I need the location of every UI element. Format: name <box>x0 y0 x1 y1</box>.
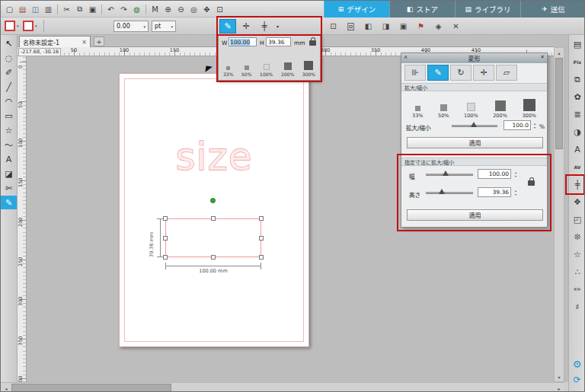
app-tab-library[interactable]: ▤ライブラリ <box>455 1 520 18</box>
draw-tool-icon[interactable]: ✎ <box>219 19 236 33</box>
spin-down-icon[interactable]: ▾ <box>515 174 516 178</box>
zoom-in-icon[interactable]: ⊕ <box>161 2 174 16</box>
character-style-icon[interactable]: AV <box>569 159 585 174</box>
close-tab-icon[interactable]: × <box>82 39 87 46</box>
scroll-left-icon[interactable]: ◂ <box>2 384 11 392</box>
fill-color-well[interactable] <box>23 21 34 31</box>
rotate-tab-icon[interactable]: ↻ <box>450 65 472 81</box>
knife-tool-icon[interactable]: ✄ <box>1 181 17 195</box>
lasso-select-tool-icon[interactable]: ◌ <box>1 51 17 65</box>
settings-gear-icon[interactable]: ⚙ <box>568 357 585 371</box>
scale-tab-icon[interactable]: ✎ <box>427 65 449 81</box>
scale-preset-33[interactable]: 33% <box>223 66 233 77</box>
rectangle-tool-icon[interactable]: ▭ <box>1 109 17 123</box>
spin-down-icon[interactable]: ▾ <box>515 193 516 196</box>
rotation-handle[interactable] <box>210 198 216 203</box>
line-color-well[interactable] <box>5 21 15 31</box>
height-quick-input[interactable]: 39.36 <box>266 37 291 46</box>
vertical-scroll-thumb[interactable] <box>555 58 563 149</box>
scale-tool-icon[interactable]: ╪ <box>256 19 273 33</box>
scale-value-input[interactable]: 100.0 <box>503 120 531 130</box>
scroll-up-icon[interactable]: ▴ <box>555 48 564 57</box>
scale-spinner[interactable]: ▴ ▾ <box>532 120 538 130</box>
new-document-icon[interactable]: ▢ <box>3 2 16 16</box>
scale-slider[interactable] <box>452 120 497 129</box>
color-palette-icon[interactable]: ✿ <box>569 89 585 104</box>
scale-preset-200[interactable]: 200% <box>281 62 294 77</box>
replicate-panel-icon[interactable]: ❖ <box>569 194 585 209</box>
select-tool-icon[interactable]: ↖ <box>1 37 17 50</box>
artboard-page[interactable]: size 39.36 mm 100.00 mm <box>119 73 309 347</box>
transform-panel-icon[interactable]: ╪ <box>569 177 585 192</box>
app-tab-send[interactable]: ✈送信 <box>520 1 585 18</box>
selection-handle-e[interactable] <box>259 236 264 241</box>
app-tab-design[interactable]: ⊞デザイン <box>324 1 389 18</box>
selection-handle-s[interactable] <box>211 255 216 260</box>
trace-flag-icon[interactable]: ⚑ <box>414 19 428 33</box>
line-tool-icon[interactable]: ╱ <box>1 80 17 94</box>
slider-thumb-icon[interactable] <box>443 171 449 176</box>
selection-handle-ne[interactable] <box>259 216 264 221</box>
scale-tool-dropdown-icon[interactable]: ▾ <box>274 19 281 33</box>
freehand-tool-icon[interactable]: 〜 <box>1 138 17 151</box>
app-tab-store[interactable]: ◧ストア <box>389 1 455 18</box>
vertical-scrollbar[interactable]: ▴ ▾ <box>554 47 564 382</box>
scale-preset-300[interactable]: 300% <box>302 61 315 77</box>
move-tab-icon[interactable]: ✛ <box>473 65 494 81</box>
web-store-icon[interactable]: ◍ <box>130 2 143 16</box>
width-spinner[interactable]: ▴ ▾ <box>513 169 519 179</box>
weeding-panel-icon[interactable]: ♯ <box>569 299 585 314</box>
print-icon[interactable]: ▥ <box>42 2 55 16</box>
height-spinner[interactable]: ▴ ▾ <box>513 187 519 197</box>
undo-icon[interactable]: ↶ <box>104 2 117 16</box>
modify-panel-icon[interactable]: ◰ <box>569 212 585 227</box>
scale-preset-200[interactable]: 200% <box>493 100 507 119</box>
fit-to-window-icon[interactable]: ⊡ <box>213 2 226 16</box>
apply-size-button[interactable]: 適用 <box>407 209 543 221</box>
slider-thumb-icon[interactable] <box>439 189 445 194</box>
bring-to-front-icon[interactable]: ◧ <box>361 19 376 33</box>
panel-header[interactable]: ∧ 変形 ✕ <box>401 53 547 63</box>
corner-tool-icon[interactable]: ⊡ <box>326 19 340 33</box>
new-tab-button[interactable]: + <box>94 37 104 46</box>
zoom-out-icon[interactable]: ⊖ <box>174 2 187 16</box>
arc-tool-icon[interactable]: ◠ <box>1 94 17 108</box>
shear-tab-icon[interactable]: ▱ <box>496 65 517 81</box>
delete-icon[interactable]: ✕ <box>449 19 463 33</box>
horizontal-scrollbar[interactable]: ◂ ▸ <box>1 382 564 392</box>
scale-preset-300[interactable]: 300% <box>522 99 536 119</box>
pan-icon[interactable]: ✥ <box>200 2 213 16</box>
stroke-width-dropdown[interactable]: 0.00 ▾ <box>113 21 149 32</box>
fill-style-icon[interactable]: ◑ <box>569 124 585 139</box>
height-input[interactable]: 39.36 <box>478 187 511 197</box>
stroke-unit-dropdown[interactable]: pt ▾ <box>152 21 176 32</box>
scale-preset-100[interactable]: 100% <box>464 103 478 119</box>
edit-points-tool-icon[interactable]: ✐ <box>1 65 17 79</box>
selection-handle-w[interactable] <box>163 236 168 241</box>
copy-icon[interactable]: ⧉ <box>73 2 86 16</box>
align-tab-icon[interactable]: ⊪ <box>404 65 426 81</box>
document-tab[interactable]: 名称未設定-1 × <box>19 36 91 47</box>
scroll-down-icon[interactable]: ▾ <box>555 372 564 381</box>
group-icon[interactable]: ▣ <box>396 19 411 33</box>
selection-rectangle[interactable] <box>165 218 261 257</box>
polygon-tool-icon[interactable]: ☆ <box>1 123 17 137</box>
designer-tools-icon[interactable]: ☆ <box>569 247 585 262</box>
page-setup-icon[interactable]: ▤ <box>569 37 585 52</box>
spin-down-icon[interactable]: ▾ <box>534 126 535 129</box>
selection-handle-sw[interactable] <box>163 255 168 260</box>
open-file-icon[interactable]: ▤ <box>16 2 29 16</box>
line-color-dropdown-icon[interactable]: ▾ <box>17 24 19 28</box>
sketch-panel-icon[interactable]: ✏ <box>569 282 585 297</box>
weld-icon[interactable]: ◈ <box>431 19 446 33</box>
save-icon[interactable]: ◫ <box>29 2 42 16</box>
redo-icon[interactable]: ↷ <box>117 2 130 16</box>
paste-icon[interactable]: ▣ <box>86 2 99 16</box>
selection-handle-se[interactable] <box>259 255 264 260</box>
horizontal-scroll-thumb[interactable] <box>11 384 171 392</box>
width-quick-input[interactable]: 100.00 <box>229 37 257 46</box>
line-style-icon[interactable]: ≣ <box>569 107 585 122</box>
offset-panel-icon[interactable]: ⧉ <box>569 72 585 87</box>
media-tool-icon[interactable]: M <box>149 2 161 16</box>
zoom-selection-icon[interactable]: ◎ <box>187 2 200 16</box>
